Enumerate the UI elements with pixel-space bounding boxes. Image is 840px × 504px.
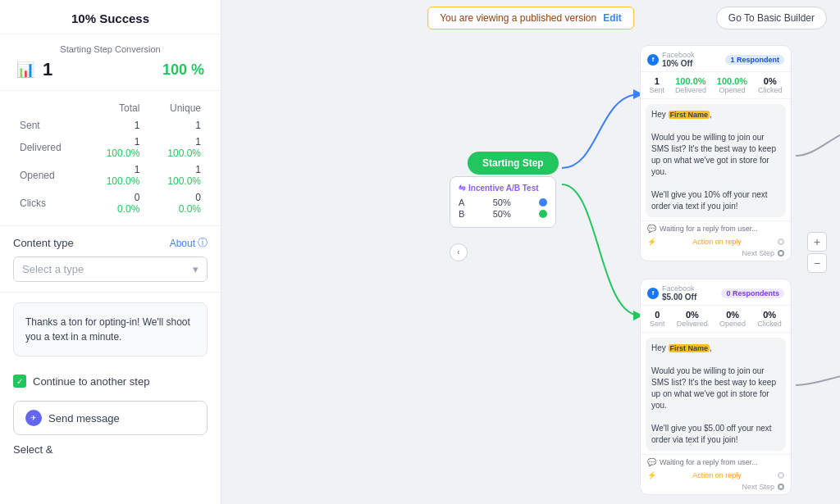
stats-table: Total Unique Sent 1 1 Delivered 1100.0% …: [13, 99, 208, 217]
stat-sent: 0 Sent: [650, 310, 665, 328]
nav-arrow-left[interactable]: ‹: [450, 243, 468, 261]
next-step-row: Next Step: [641, 247, 791, 261]
row-label: Clicks: [13, 189, 85, 217]
send-message-label: Send message: [48, 412, 120, 425]
row-total: 1100.0%: [85, 161, 147, 189]
stat-opened: 100.0% Opened: [717, 76, 747, 94]
published-banner: You are viewing a published version Edit: [427, 7, 634, 30]
sub-percent: 0.0%: [153, 203, 201, 215]
sub-percent: 100.0%: [92, 175, 140, 187]
next-dot: [778, 250, 784, 257]
starting-step-node[interactable]: Starting Step: [468, 152, 559, 175]
col-label: [13, 99, 85, 117]
conversion-percent: 100 %: [162, 61, 204, 79]
action-dot: [778, 472, 784, 479]
starting-step-label: Starting Step: [482, 157, 544, 169]
conversion-row: 📊 1 100 %: [16, 59, 204, 80]
message-bubble: Hey First Name, Would you be willing to …: [646, 338, 786, 451]
message-bubble: Hey First Name, Would you be willing to …: [646, 104, 786, 217]
waiting-text: Waiting for a reply from user...: [660, 458, 758, 466]
row-total: 1100.0%: [85, 134, 147, 161]
checkbox-checked[interactable]: ✓: [13, 375, 26, 388]
chat-icon: 💬: [647, 458, 656, 466]
select-placeholder: Select a type: [22, 263, 84, 275]
row-unique: 1: [146, 117, 208, 134]
respondent-badge: 0 Respondents: [721, 288, 784, 298]
platform-name: Facebook: [662, 284, 696, 293]
card-10-off[interactable]: f Facebook 10% Off 1 Respondent 1 Sent 1…: [640, 45, 792, 261]
content-type-section: Content type About ⓘ Select a type ▾: [0, 226, 221, 293]
row-total: 00.0%: [85, 189, 147, 217]
col-total: Total: [85, 99, 147, 117]
chevron-down-icon: ▾: [193, 263, 199, 275]
banner-text: You are viewing a published version: [440, 12, 596, 24]
action-dot: [778, 238, 784, 245]
zoom-out-button[interactable]: −: [807, 253, 827, 273]
first-name-tag: First Name: [669, 111, 710, 119]
select-and-label: Select &: [13, 443, 208, 456]
row-label: Delivered: [13, 134, 85, 161]
basic-builder-button[interactable]: Go To Basic Builder: [716, 7, 827, 30]
stat-clicked: 0% Clicked: [758, 76, 783, 94]
col-unique: Unique: [146, 99, 208, 117]
table-row: Sent 1 1: [13, 117, 208, 134]
zoom-controls: + −: [807, 232, 827, 273]
card-platform: f Facebook 10% Off: [647, 51, 695, 68]
continue-step-label: Continue to another step: [33, 375, 149, 388]
waiting-row: 💬 Waiting for a reply from user...: [641, 220, 791, 236]
ab-row-b: B 50%: [459, 209, 547, 219]
card-header: f Facebook $5.00 Off 0 Respondents: [641, 279, 791, 306]
canvas-area: You are viewing a published version Edit…: [221, 0, 840, 504]
waiting-row: 💬 Waiting for a reply from user...: [641, 454, 791, 470]
next-step-row: Next Step: [641, 481, 791, 494]
row-label: Sent: [13, 117, 85, 134]
ab-row-a: A 50%: [459, 198, 547, 207]
first-name-tag: First Name: [669, 344, 710, 352]
lightning-icon: ⚡: [647, 471, 656, 479]
card-header: f Facebook 10% Off 1 Respondent: [641, 46, 791, 72]
row-total: 1: [85, 117, 147, 134]
card-stats: 1 Sent 100.0% Delivered 100.0% Opened 0%…: [641, 72, 791, 99]
content-type-row: Content type About ⓘ: [13, 236, 208, 250]
stat-clicked: 0% Clicked: [757, 310, 782, 328]
edit-link[interactable]: Edit: [603, 12, 622, 24]
dot-blue: [539, 198, 547, 207]
next-dot: [778, 484, 784, 490]
action-row: ⚡ Action on reply: [641, 470, 791, 481]
sub-percent: 100.0%: [92, 148, 140, 159]
info-icon: ⓘ: [198, 236, 208, 250]
ab-test-title: ⇋ Incentive A/B Test: [459, 184, 547, 193]
continue-step-row: ✓ Continue to another step: [0, 366, 221, 396]
facebook-icon: f: [647, 288, 659, 299]
facebook-icon: f: [647, 54, 659, 66]
card-stats: 0 Sent 0% Delivered 0% Opened 0% Clicked: [641, 306, 791, 333]
starting-step-label: Starting Step Conversion: [16, 44, 204, 54]
send-message-button[interactable]: ✈ Send message: [13, 401, 208, 435]
card-5-off[interactable]: f Facebook $5.00 Off 0 Respondents 0 Sen…: [640, 279, 792, 495]
card-platform: f Facebook $5.00 Off: [647, 284, 696, 302]
content-type-select[interactable]: Select a type ▾: [13, 257, 208, 282]
ab-test-node[interactable]: ⇋ Incentive A/B Test A 50% B 50%: [450, 176, 556, 228]
row-unique: 1100.0%: [146, 134, 208, 161]
panel-title: 10% Success: [0, 0, 221, 34]
action-row: ⚡ Action on reply: [641, 236, 791, 247]
sub-percent: 0.0%: [92, 203, 140, 215]
left-panel: 10% Success Starting Step Conversion 📊 1…: [0, 0, 221, 504]
stat-sent: 1 Sent: [649, 76, 664, 94]
zoom-in-button[interactable]: +: [807, 232, 827, 252]
sub-percent: 100.0%: [153, 148, 201, 159]
stat-delivered: 100.0% Delivered: [675, 76, 706, 94]
share-icon: ⇋: [459, 184, 465, 193]
row-unique: 00.0%: [146, 189, 208, 217]
card-name: $5.00 Off: [662, 293, 696, 302]
stat-delivered: 0% Delivered: [677, 310, 708, 328]
table-row: Clicks 00.0% 00.0%: [13, 189, 208, 217]
card-name: 10% Off: [662, 59, 695, 68]
platform-name: Facebook: [662, 51, 695, 59]
lightning-icon: ⚡: [647, 238, 656, 246]
about-link[interactable]: About ⓘ: [170, 236, 208, 250]
chart-icon: 📊: [16, 61, 34, 79]
respondent-badge: 1 Respondent: [725, 55, 784, 65]
next-step-label: Next Step: [742, 249, 774, 257]
action-text: Action on reply: [692, 238, 742, 246]
